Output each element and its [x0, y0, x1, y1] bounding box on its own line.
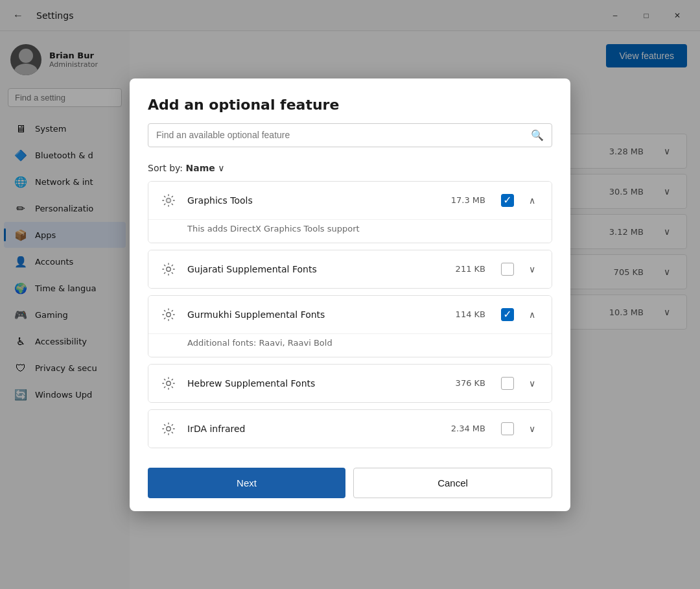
next-button[interactable]: Next — [148, 468, 345, 498]
search-icon: 🔍 — [531, 129, 544, 141]
dialog-title: Add an optional feature — [148, 97, 552, 113]
dialog-feature-size-gujarati: 211 KB — [456, 264, 485, 274]
dialog-sort-row: Sort by: Name ∨ — [130, 158, 570, 181]
dialog-sort-chevron-icon: ∨ — [218, 163, 224, 173]
dialog-feature-row-hebrew: Hebrew Supplemental Fonts 376 KB ∨ — [148, 365, 552, 402]
dialog-checkbox-gurmukhi[interactable]: ✓ — [501, 308, 514, 321]
cancel-button[interactable]: Cancel — [353, 468, 552, 498]
dialog-header: Add an optional feature 🔍 — [130, 78, 570, 158]
svg-point-6 — [167, 426, 170, 430]
dialog-feature-desc-gurmukhi: Additional fonts: Raavi, Raavi Bold — [148, 333, 552, 357]
dialog-body: Graphics Tools 17.3 MB ✓ ∧ This adds Dir… — [130, 181, 570, 455]
dialog-expand-hebrew[interactable]: ∨ — [523, 374, 541, 392]
dialog-search-input[interactable] — [156, 130, 526, 140]
svg-point-3 — [167, 267, 170, 270]
dialog-sort-label: Sort by: — [148, 163, 183, 173]
dialog-feature-icon-gujarati — [159, 259, 178, 279]
modal-overlay: Add an optional feature 🔍 Sort by: Name … — [0, 0, 700, 589]
dialog-feature-name-hebrew: Hebrew Supplemental Fonts — [187, 378, 447, 389]
dialog-feature-size-hebrew: 376 KB — [456, 378, 485, 388]
dialog-expand-gurmukhi[interactable]: ∧ — [523, 306, 541, 324]
dialog-checkbox-graphics-tools[interactable]: ✓ — [501, 194, 514, 207]
dialog-feature-desc-graphics-tools: This adds DirectX Graphics Tools support — [148, 219, 552, 243]
svg-point-4 — [167, 312, 170, 316]
dialog-search-box[interactable]: 🔍 — [148, 123, 552, 147]
dialog-feature-name-graphics-tools: Graphics Tools — [187, 195, 442, 206]
dialog-feature-row-irda: IrDA infrared 2.34 MB ∨ — [148, 410, 552, 448]
dialog-expand-gujarati[interactable]: ∨ — [523, 260, 541, 278]
dialog-feature-name-gujarati: Gujarati Supplemental Fonts — [187, 264, 447, 274]
dialog-checkbox-irda[interactable] — [501, 422, 514, 435]
dialog-feature-name-gurmukhi: Gurmukhi Supplemental Fonts — [187, 309, 447, 320]
dialog-feature-icon-hebrew — [159, 374, 178, 393]
dialog-feature-name-irda: IrDA infrared — [187, 424, 442, 434]
dialog-expand-graphics-tools[interactable]: ∧ — [523, 191, 541, 210]
dialog-feature-block-gujarati: Gujarati Supplemental Fonts 211 KB ∨ — [148, 250, 552, 289]
dialog-checkbox-gujarati[interactable] — [501, 263, 514, 276]
dialog-feature-block-gurmukhi: Gurmukhi Supplemental Fonts 114 KB ✓ ∧ A… — [148, 295, 552, 357]
dialog-feature-row-gurmukhi: Gurmukhi Supplemental Fonts 114 KB ✓ ∧ — [148, 296, 552, 333]
dialog-feature-icon-graphics-tools — [159, 191, 178, 210]
dialog-feature-block-hebrew: Hebrew Supplemental Fonts 376 KB ∨ — [148, 364, 552, 403]
settings-window: ← Settings – □ ✕ Brian Bur Administrato — [0, 0, 700, 589]
dialog-expand-irda[interactable]: ∨ — [523, 420, 541, 438]
dialog-feature-row-graphics-tools: Graphics Tools 17.3 MB ✓ ∧ — [148, 182, 552, 219]
dialog-feature-icon-gurmukhi — [159, 305, 178, 324]
dialog-feature-size-graphics-tools: 17.3 MB — [451, 195, 485, 205]
dialog-feature-block-graphics-tools: Graphics Tools 17.3 MB ✓ ∧ This adds Dir… — [148, 181, 552, 243]
dialog-feature-icon-irda — [159, 419, 178, 439]
dialog-feature-row-gujarati: Gujarati Supplemental Fonts 211 KB ∨ — [148, 250, 552, 288]
dialog-feature-block-irda: IrDA infrared 2.34 MB ∨ — [148, 409, 552, 448]
svg-point-5 — [167, 381, 170, 385]
dialog-feature-size-gurmukhi: 114 KB — [456, 309, 485, 319]
dialog-checkbox-hebrew[interactable] — [501, 377, 514, 390]
dialog-sort-name: Name — [185, 163, 215, 173]
dialog-footer: Next Cancel — [130, 455, 570, 511]
dialog: Add an optional feature 🔍 Sort by: Name … — [130, 78, 570, 511]
dialog-feature-size-irda: 2.34 MB — [451, 424, 485, 433]
